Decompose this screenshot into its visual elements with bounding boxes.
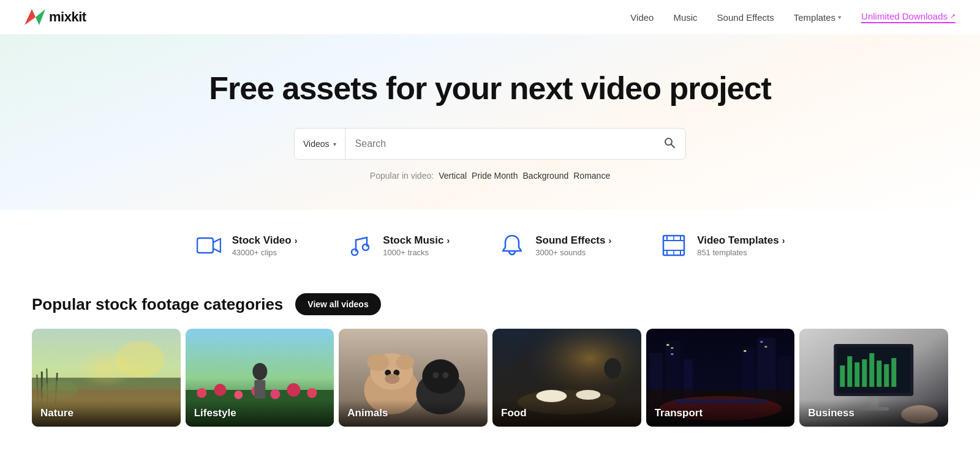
nav-sound-effects[interactable]: Sound Effects: [717, 12, 774, 23]
logo[interactable]: mixkit: [24, 9, 86, 25]
dropdown-arrow-icon: ▾: [333, 141, 336, 148]
stock-music-count: 1000+ tracks: [383, 248, 450, 257]
category-card-transport[interactable]: Transport: [646, 329, 795, 427]
arrow-icon: ›: [447, 236, 450, 245]
svg-point-35: [252, 363, 267, 380]
stats-row: Stock Video › 43000+ clips Stock Music ›…: [0, 210, 980, 283]
svg-point-25: [42, 381, 78, 399]
nav-video[interactable]: Video: [630, 12, 654, 23]
view-all-button[interactable]: View all videos: [295, 293, 380, 315]
stock-video-title: Stock Video: [232, 234, 292, 247]
category-card-animals[interactable]: Animals: [339, 329, 488, 427]
logo-icon: [24, 9, 45, 25]
tag-romance[interactable]: Romance: [573, 171, 610, 181]
card-overlay: Business: [799, 400, 948, 427]
nav-unlimited[interactable]: Unlimited Downloads ↗: [861, 11, 956, 23]
card-business-label: Business: [808, 407, 854, 419]
music-icon: [346, 232, 373, 259]
svg-rect-70: [764, 346, 767, 348]
card-lifestyle-label: Lifestyle: [194, 407, 236, 419]
svg-point-48: [443, 372, 449, 378]
svg-rect-81: [884, 364, 889, 387]
svg-rect-36: [254, 380, 265, 398]
svg-point-32: [270, 389, 280, 399]
categories-section: Popular stock footage categories View al…: [0, 283, 980, 427]
arrow-icon: ›: [782, 236, 785, 245]
nav-templates[interactable]: Templates ▾: [794, 12, 842, 23]
search-type-dropdown[interactable]: Videos ▾: [295, 129, 345, 159]
stat-video-templates[interactable]: Video Templates › 851 templates: [660, 232, 785, 259]
svg-point-46: [423, 359, 459, 394]
card-overlay: Food: [492, 400, 641, 427]
search-bar: Videos ▾: [294, 128, 686, 160]
card-food-label: Food: [501, 407, 527, 419]
svg-point-6: [352, 249, 358, 255]
bell-icon: [499, 232, 526, 259]
svg-point-30: [234, 391, 243, 399]
stat-stock-music[interactable]: Stock Music › 1000+ tracks: [346, 232, 450, 259]
category-card-lifestyle[interactable]: Lifestyle: [186, 329, 334, 427]
tag-pride-month[interactable]: Pride Month: [472, 171, 518, 181]
hero-section: Free assets for your next video project …: [0, 34, 980, 210]
svg-rect-69: [760, 341, 763, 343]
sound-effects-count: 3000+ sounds: [535, 248, 611, 257]
video-templates-title: Video Templates: [697, 234, 779, 247]
search-button[interactable]: [654, 137, 685, 152]
logo-text: mixkit: [49, 9, 86, 25]
svg-point-34: [307, 388, 317, 398]
stat-stock-video[interactable]: Stock Video › 43000+ clips: [195, 232, 298, 259]
card-overlay: Nature: [32, 400, 181, 427]
svg-rect-82: [892, 358, 897, 387]
svg-point-18: [115, 341, 164, 378]
svg-point-41: [396, 355, 415, 370]
external-link-icon: ↗: [950, 12, 956, 20]
tag-vertical[interactable]: Vertical: [439, 171, 467, 181]
svg-rect-78: [862, 359, 867, 387]
popular-tags: Popular in video: Vertical Pride Month B…: [24, 171, 956, 181]
search-container: Videos ▾: [24, 128, 956, 160]
categories-title: Popular stock footage categories: [32, 295, 283, 314]
svg-rect-77: [855, 362, 860, 387]
svg-rect-75: [840, 365, 845, 387]
svg-point-53: [576, 390, 600, 400]
svg-rect-5: [197, 238, 213, 253]
svg-point-40: [368, 354, 390, 371]
card-transport-label: Transport: [655, 407, 703, 419]
main-nav: Video Music Sound Effects Templates ▾ Un…: [630, 11, 956, 23]
sound-effects-title: Sound Effects: [535, 234, 605, 247]
chevron-down-icon: ▾: [838, 13, 842, 21]
svg-point-47: [433, 372, 439, 378]
arrow-icon: ›: [608, 236, 611, 245]
category-card-food[interactable]: Food: [492, 329, 641, 427]
nav-music[interactable]: Music: [673, 12, 697, 23]
svg-rect-80: [877, 361, 882, 387]
categories-header: Popular stock footage categories View al…: [32, 293, 948, 315]
video-templates-count: 851 templates: [697, 248, 785, 257]
stock-music-title: Stock Music: [383, 234, 443, 247]
video-icon: [195, 232, 222, 259]
svg-point-54: [511, 361, 530, 383]
category-card-nature[interactable]: Nature: [32, 329, 181, 427]
svg-point-29: [214, 384, 226, 396]
svg-point-7: [363, 244, 369, 250]
svg-rect-67: [671, 353, 673, 355]
popular-label: Popular in video:: [370, 171, 434, 181]
svg-marker-2: [36, 9, 45, 25]
search-type-label: Videos: [303, 139, 330, 149]
svg-point-33: [287, 383, 300, 397]
svg-point-44: [385, 374, 400, 384]
svg-point-55: [604, 358, 621, 379]
svg-rect-66: [671, 347, 673, 349]
category-card-business[interactable]: Business: [799, 329, 948, 427]
search-input[interactable]: [345, 138, 654, 149]
card-overlay: Lifestyle: [186, 400, 334, 427]
tag-background[interactable]: Background: [523, 171, 569, 181]
card-animals-label: Animals: [347, 407, 388, 419]
svg-rect-79: [870, 353, 875, 387]
stat-sound-effects[interactable]: Sound Effects › 3000+ sounds: [499, 232, 611, 259]
stock-video-count: 43000+ clips: [232, 248, 298, 257]
card-overlay: Animals: [339, 400, 488, 427]
film-icon: [660, 232, 687, 259]
header: mixkit Video Music Sound Effects Templat…: [0, 0, 980, 34]
hero-title: Free assets for your next video project: [24, 71, 956, 106]
